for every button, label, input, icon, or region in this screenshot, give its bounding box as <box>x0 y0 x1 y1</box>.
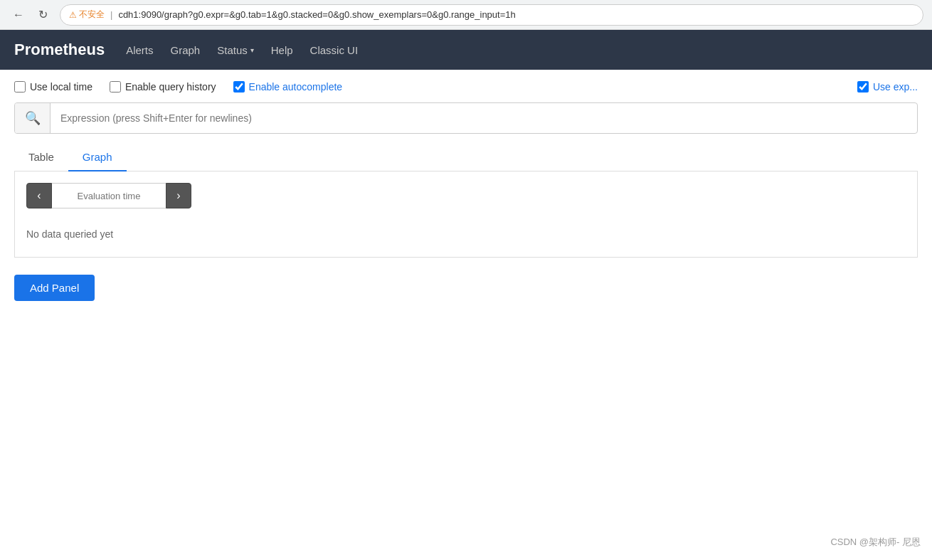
browser-chrome: ← ↻ ⚠ 不安全 | cdh1:9090/graph?g0.expr=&g0.… <box>0 0 932 30</box>
search-bar: 🔍 <box>14 102 918 134</box>
navbar-link-classicui[interactable]: Classic UI <box>310 41 359 59</box>
navbar-link-alerts[interactable]: Alerts <box>126 41 153 59</box>
tabs: Table Graph <box>14 144 918 171</box>
enable-query-history-label: Enable query history <box>125 81 216 93</box>
enable-autocomplete-checkbox[interactable] <box>233 81 245 93</box>
main-content: Use local time Enable query history Enab… <box>0 70 932 312</box>
add-panel-button[interactable]: Add Panel <box>14 275 95 301</box>
navbar-link-help[interactable]: Help <box>271 41 293 59</box>
navbar-links: Alerts Graph Status ▾ Help Classic UI <box>126 41 358 59</box>
address-divider: | <box>110 9 112 20</box>
options-row: Use local time Enable query history Enab… <box>14 81 918 93</box>
back-button[interactable]: ← <box>9 5 28 25</box>
enable-query-history-checkbox[interactable] <box>110 81 121 93</box>
address-bar: ⚠ 不安全 | cdh1:9090/graph?g0.expr=&g0.tab=… <box>60 4 923 26</box>
eval-prev-button[interactable]: ‹ <box>26 183 52 208</box>
warning-icon: ⚠ <box>69 10 77 20</box>
no-data-message: No data queried yet <box>26 223 906 245</box>
use-local-time-checkbox[interactable] <box>14 81 26 93</box>
enable-query-history-option[interactable]: Enable query history <box>110 81 216 93</box>
reload-button[interactable]: ↻ <box>33 5 53 25</box>
tab-graph[interactable]: Graph <box>68 144 127 171</box>
security-warning: ⚠ 不安全 <box>69 9 105 21</box>
eval-time-row: ‹ › <box>26 183 906 208</box>
eval-next-button[interactable]: › <box>166 183 191 208</box>
use-exemplars-option[interactable]: Use exp... <box>857 81 918 93</box>
enable-autocomplete-option[interactable]: Enable autocomplete <box>233 81 343 93</box>
use-local-time-label: Use local time <box>30 81 92 93</box>
navbar-link-status[interactable]: Status ▾ <box>217 41 254 59</box>
enable-autocomplete-label: Enable autocomplete <box>249 81 343 93</box>
navbar: Prometheus Alerts Graph Status ▾ Help Cl… <box>0 30 932 70</box>
options-right: Use exp... <box>857 81 918 93</box>
tab-table[interactable]: Table <box>14 144 68 171</box>
panel-content: ‹ › No data queried yet <box>14 171 918 258</box>
search-button[interactable]: 🔍 <box>15 102 51 134</box>
use-exemplars-checkbox[interactable] <box>857 81 869 93</box>
use-local-time-option[interactable]: Use local time <box>14 81 92 93</box>
search-icon: 🔍 <box>25 110 41 126</box>
nav-buttons: ← ↻ <box>9 5 53 25</box>
expression-input[interactable] <box>51 112 917 124</box>
use-exemplars-label: Use exp... <box>873 81 918 93</box>
security-text: 不安全 <box>79 9 105 21</box>
status-dropdown-arrow: ▾ <box>250 46 254 54</box>
address-url[interactable]: cdh1:9090/graph?g0.expr=&g0.tab=1&g0.sta… <box>118 9 515 20</box>
eval-time-input[interactable] <box>52 183 166 208</box>
navbar-link-graph[interactable]: Graph <box>171 41 201 59</box>
navbar-brand[interactable]: Prometheus <box>14 41 105 59</box>
